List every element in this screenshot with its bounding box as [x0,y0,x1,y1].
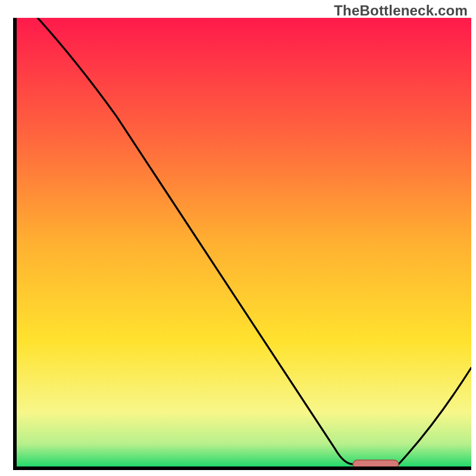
gradient-background [17,18,471,466]
optimum-marker [353,460,398,466]
watermark-text: TheBottleneck.com [334,2,468,19]
plot-area [13,18,471,470]
chart-frame: TheBottleneck.com [0,0,476,476]
chart-svg [17,18,471,466]
